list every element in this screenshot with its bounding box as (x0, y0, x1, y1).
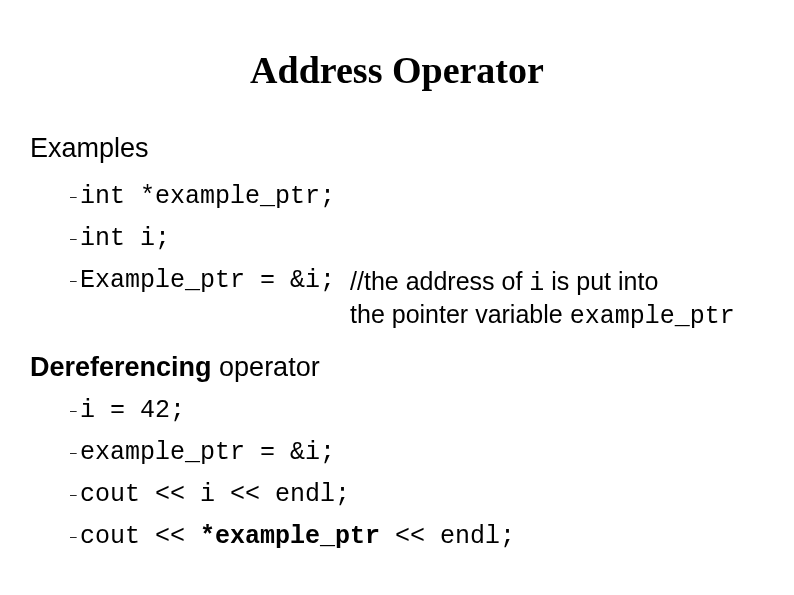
comment-mono-part: example_ptr (570, 302, 735, 331)
list-item: – cout << i << endl; (70, 480, 784, 510)
bullet-dash-icon: – (70, 438, 80, 468)
bullet-dash-icon: – (70, 480, 80, 510)
dereferencing-list: – i = 42; – example_ptr = &i; – cout << … (70, 396, 784, 564)
section-heading-examples: Examples (30, 133, 149, 164)
code-line: i = 42; (80, 396, 185, 426)
section-heading-dereferencing: Dereferencing operator (30, 352, 320, 383)
examples-list: – int *example_ptr; – int i; – Example_p… (70, 182, 784, 344)
list-item: – int i; (70, 224, 784, 254)
list-item: – i = 42; (70, 396, 784, 426)
bullet-dash-icon: – (70, 396, 80, 426)
code-line: int i; (80, 224, 170, 254)
comment-slashes: // (350, 267, 364, 295)
comment-line: //the address of i is put into (350, 266, 735, 299)
slide: Address Operator Examples – int *example… (0, 0, 794, 595)
heading-rest-part: operator (212, 352, 320, 382)
heading-bold-part: Dereferencing (30, 352, 212, 382)
code-line: example_ptr = &i; (80, 438, 335, 468)
code-line: int *example_ptr; (80, 182, 335, 212)
comment-text-part: is put into (544, 267, 658, 295)
page-title: Address Operator (0, 48, 794, 92)
list-item: – example_ptr = &i; (70, 438, 784, 468)
code-line: cout << *example_ptr << endl; (80, 522, 515, 552)
comment-text-part: the address of (364, 267, 529, 295)
code-line: Example_ptr = &i; (80, 266, 350, 296)
comment-mono-part: i (529, 269, 544, 298)
bullet-dash-icon: – (70, 182, 80, 212)
comment-text-part: the pointer variable (350, 300, 570, 328)
bullet-dash-icon: – (70, 266, 80, 296)
list-item: – int *example_ptr; (70, 182, 784, 212)
code-part: << endl; (380, 522, 515, 551)
code-comment: //the address of i is put into the point… (350, 266, 735, 332)
comment-line: the pointer variable example_ptr (350, 299, 735, 332)
code-part: cout << (80, 522, 200, 551)
list-item: – Example_ptr = &i; //the address of i i… (70, 266, 784, 332)
bullet-dash-icon: – (70, 522, 80, 552)
bullet-dash-icon: – (70, 224, 80, 254)
list-item: – cout << *example_ptr << endl; (70, 522, 784, 552)
code-bold-part: *example_ptr (200, 522, 380, 551)
code-line: cout << i << endl; (80, 480, 350, 510)
